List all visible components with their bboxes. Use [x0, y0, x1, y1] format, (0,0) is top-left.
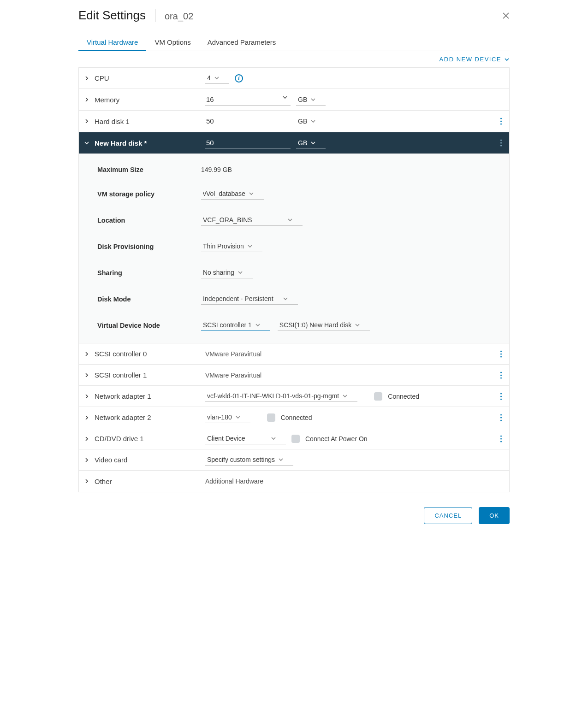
- detail-disk-mode: Disk Mode Independent - Persistent: [97, 286, 499, 312]
- na2-label: Network adapter 2: [95, 413, 205, 421]
- cpu-label: CPU: [95, 74, 205, 82]
- chevron-down-icon: [238, 270, 243, 275]
- info-icon[interactable]: i: [235, 74, 243, 83]
- row-cpu[interactable]: CPU 4 i: [79, 68, 509, 89]
- vdn-label: Virtual Device Node: [97, 322, 201, 329]
- footer: CANCEL OK: [78, 507, 510, 524]
- memory-unit: GB: [298, 96, 307, 103]
- location-select[interactable]: VCF_ORA_BINS: [201, 214, 303, 226]
- prov-select[interactable]: Thin Provision: [201, 241, 262, 252]
- maxsize-value: 149.99 GB: [201, 166, 232, 173]
- na1-label: Network adapter 1: [95, 392, 205, 400]
- chevron-right-icon: [84, 415, 91, 420]
- kebab-icon[interactable]: [500, 414, 502, 421]
- chevron-down-icon: [84, 141, 91, 145]
- chevron-right-icon: [84, 373, 91, 378]
- cpu-value: 4: [207, 74, 211, 82]
- row-hard-disk-1[interactable]: Hard disk 1 GB: [79, 111, 509, 132]
- tab-virtual-hardware[interactable]: Virtual Hardware: [78, 34, 146, 51]
- header-left: Edit Settings ora_02: [78, 8, 193, 23]
- mode-value: Independent - Persistent: [203, 295, 273, 302]
- cd-connect-label: Connect At Power On: [305, 435, 368, 443]
- chevron-right-icon: [84, 76, 91, 81]
- dialog-title: Edit Settings: [78, 8, 146, 23]
- hd1-input[interactable]: [205, 115, 291, 127]
- memory-unit-select[interactable]: GB: [296, 94, 326, 106]
- video-select[interactable]: Specify custom settings: [205, 454, 293, 466]
- edit-settings-dialog: Edit Settings ora_02 Virtual Hardware VM…: [69, 0, 519, 532]
- row-other[interactable]: Other Additional Hardware: [79, 471, 509, 492]
- title-divider: [155, 9, 155, 22]
- cd-label: CD/DVD drive 1: [95, 435, 205, 443]
- kebab-icon[interactable]: [500, 372, 502, 378]
- chevron-right-icon: [84, 352, 91, 356]
- other-label: Other: [95, 478, 205, 485]
- memory-label: Memory: [95, 96, 205, 104]
- add-new-device-label: ADD NEW DEVICE: [440, 56, 501, 63]
- location-label: Location: [97, 217, 201, 224]
- scsi1-value: VMware Paravirtual: [205, 372, 261, 379]
- dialog-subtitle: ora_02: [165, 11, 193, 22]
- chevron-right-icon: [84, 394, 91, 399]
- tab-advanced-parameters[interactable]: Advanced Parameters: [199, 34, 284, 51]
- chevron-down-icon: [283, 296, 288, 301]
- cancel-button[interactable]: CANCEL: [424, 507, 472, 524]
- newhd-input[interactable]: [205, 137, 291, 149]
- other-value: Additional Hardware: [205, 478, 263, 485]
- chevron-right-icon: [84, 479, 91, 484]
- mode-select[interactable]: Independent - Persistent: [201, 293, 298, 305]
- tab-vm-options[interactable]: VM Options: [146, 34, 199, 51]
- row-cd-dvd-drive-1[interactable]: CD/DVD drive 1 Client Device Connect At …: [79, 428, 509, 449]
- video-value: Specify custom settings: [207, 456, 275, 463]
- cd-connect-checkbox[interactable]: [291, 435, 300, 443]
- kebab-icon[interactable]: [500, 118, 502, 125]
- sharing-label: Sharing: [97, 269, 201, 277]
- kebab-icon[interactable]: [500, 435, 502, 442]
- na2-select[interactable]: vlan-180: [205, 412, 250, 423]
- row-network-adapter-2[interactable]: Network adapter 2 vlan-180 Connected: [79, 407, 509, 428]
- detail-sharing: Sharing No sharing: [97, 260, 499, 286]
- newhd-label: New Hard disk *: [95, 139, 205, 147]
- newhd-unit-select[interactable]: GB: [296, 137, 326, 149]
- location-value: VCF_ORA_BINS: [203, 216, 252, 224]
- row-new-hard-disk[interactable]: New Hard disk * GB: [79, 132, 509, 154]
- row-scsi-controller-0[interactable]: SCSI controller 0 VMware Paravirtual: [79, 343, 509, 365]
- close-icon[interactable]: [502, 12, 510, 19]
- na1-value-area: vcf-wkld-01-IT-INF-WKLD-01-vds-01-pg-mgm…: [205, 390, 504, 402]
- na2-connected-checkbox[interactable]: [267, 413, 275, 422]
- na1-connected-checkbox[interactable]: [374, 392, 382, 401]
- hd1-unit-select[interactable]: GB: [296, 116, 326, 127]
- row-network-adapter-1[interactable]: Network adapter 1 vcf-wkld-01-IT-INF-WKL…: [79, 386, 509, 407]
- detail-storage-policy: VM storage policy vVol_database: [97, 181, 499, 207]
- scsi1-label: SCSI controller 1: [95, 371, 205, 379]
- add-new-device-row: ADD NEW DEVICE: [78, 56, 510, 63]
- chevron-right-icon: [84, 119, 91, 124]
- kebab-icon[interactable]: [500, 140, 502, 147]
- na1-select[interactable]: vcf-wkld-01-IT-INF-WKLD-01-vds-01-pg-mgm…: [205, 390, 357, 402]
- vdn-ctrl-value: SCSI controller 1: [203, 321, 252, 329]
- sharing-select[interactable]: No sharing: [201, 267, 253, 278]
- row-scsi-controller-1[interactable]: SCSI controller 1 VMware Paravirtual: [79, 365, 509, 386]
- row-memory[interactable]: Memory GB: [79, 89, 509, 111]
- kebab-icon[interactable]: [500, 393, 502, 400]
- policy-select[interactable]: vVol_database: [201, 188, 264, 200]
- kebab-icon[interactable]: [500, 350, 502, 357]
- na1-connected-label: Connected: [388, 393, 419, 400]
- cpu-value-area: 4 i: [205, 72, 504, 84]
- ok-button[interactable]: OK: [479, 507, 510, 524]
- cd-select[interactable]: Client Device: [205, 433, 286, 444]
- chevron-down-icon[interactable]: [282, 94, 288, 100]
- cd-value: Client Device: [207, 435, 245, 442]
- vdn-controller-select[interactable]: SCSI controller 1: [201, 319, 270, 331]
- chevron-down-icon: [288, 218, 292, 222]
- vdn-slot-value: SCSI(1:0) New Hard disk: [279, 321, 351, 329]
- add-new-device-button[interactable]: ADD NEW DEVICE: [440, 56, 510, 63]
- chevron-down-icon: [279, 457, 283, 462]
- chevron-down-icon: [214, 76, 219, 80]
- row-video-card[interactable]: Video card Specify custom settings: [79, 449, 509, 471]
- cpu-select[interactable]: 4: [205, 72, 229, 84]
- vdn-slot-select[interactable]: SCSI(1:0) New Hard disk: [278, 319, 370, 331]
- chevron-down-icon: [355, 323, 360, 327]
- memory-input[interactable]: [205, 94, 291, 106]
- prov-value: Thin Provision: [203, 242, 244, 250]
